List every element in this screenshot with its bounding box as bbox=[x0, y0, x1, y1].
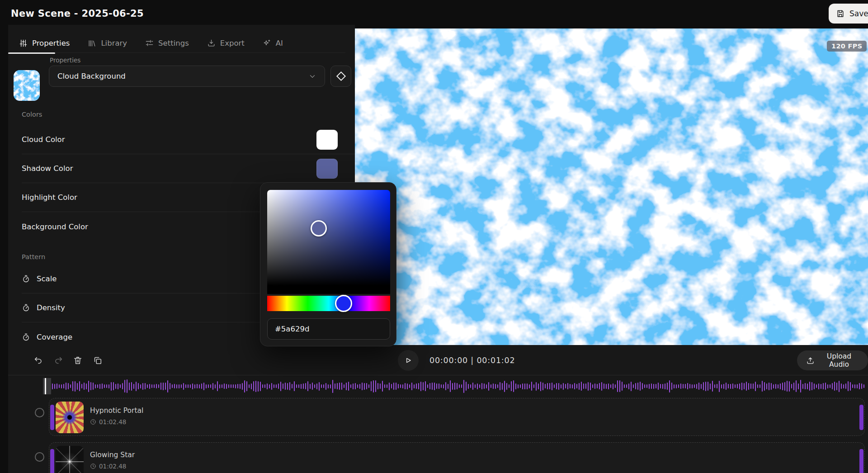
upload-audio-label: Upload Audio bbox=[819, 352, 859, 369]
active-tab-underline bbox=[8, 52, 55, 54]
track-thumbnail bbox=[56, 402, 84, 433]
trim-handle-left[interactable] bbox=[50, 449, 54, 473]
tab-label: Library bbox=[101, 39, 127, 47]
sparkles-icon bbox=[263, 39, 271, 47]
duplicate-button[interactable] bbox=[93, 355, 103, 365]
time-display: 00:00:00 | 00:01:02 bbox=[429, 356, 515, 365]
save-button[interactable]: Save bbox=[829, 4, 868, 24]
color-row-label: Shadow Color bbox=[22, 164, 73, 173]
track-duration: 01:02.48 bbox=[90, 463, 126, 470]
chevron-down-icon bbox=[308, 72, 316, 80]
gauge-icon bbox=[22, 274, 30, 283]
sv-cursor[interactable] bbox=[311, 220, 327, 236]
hue-slider-handle[interactable] bbox=[335, 295, 352, 312]
app-window: New Scene - 2025-06-25 Save Properties bbox=[0, 0, 868, 473]
keyframe-button[interactable] bbox=[330, 66, 351, 87]
tab-label: Settings bbox=[158, 39, 189, 47]
track-row-glowing-star[interactable]: Glowing Star 01:02.48 bbox=[49, 442, 865, 473]
tab-label: Export bbox=[220, 39, 245, 47]
tab-settings[interactable]: Settings bbox=[145, 39, 189, 47]
color-row-label: Cloud Color bbox=[22, 135, 65, 144]
save-icon bbox=[836, 9, 845, 18]
fps-badge: 120 FPS bbox=[827, 41, 867, 52]
track-duration: 01:02.48 bbox=[90, 418, 126, 426]
dropdown-selected-value: Cloud Background bbox=[57, 72, 126, 80]
page-title: New Scene - 2025-06-25 bbox=[11, 8, 144, 19]
gauge-icon bbox=[22, 333, 30, 341]
transport-bar: 00:00:00 | 00:01:02 Upload Audio bbox=[8, 345, 868, 375]
track-row-hypnotic-portal[interactable]: Hypnotic Portal 01:02.48 bbox=[49, 398, 865, 436]
hue-slider[interactable] bbox=[267, 296, 390, 311]
library-icon bbox=[88, 39, 96, 47]
trim-handle-right[interactable] bbox=[859, 449, 863, 473]
clock-icon bbox=[90, 463, 96, 469]
track-select-radio[interactable] bbox=[35, 408, 44, 417]
track-title: Glowing Star bbox=[90, 451, 135, 459]
color-row-cloud: Cloud Color bbox=[22, 125, 355, 154]
track-duration-value: 01:02.48 bbox=[99, 418, 126, 426]
trim-handle-right[interactable] bbox=[859, 405, 863, 430]
sliders-horizontal-icon bbox=[145, 39, 154, 47]
tab-export[interactable]: Export bbox=[207, 39, 245, 47]
delete-button[interactable] bbox=[73, 355, 83, 365]
color-row-label: Highlight Color bbox=[22, 193, 77, 202]
pattern-row-label: Density bbox=[37, 303, 65, 312]
upload-audio-button[interactable]: Upload Audio bbox=[797, 350, 868, 370]
tab-properties[interactable]: Properties bbox=[19, 39, 70, 47]
save-label: Save bbox=[849, 9, 868, 18]
tab-ai[interactable]: AI bbox=[263, 39, 283, 47]
selected-item-thumbnail bbox=[14, 70, 40, 101]
upload-icon bbox=[806, 356, 815, 365]
trim-handle-left[interactable] bbox=[50, 405, 54, 430]
color-picker-popup bbox=[260, 182, 396, 346]
tab-bar: Properties Library Settings bbox=[11, 34, 345, 53]
gauge-icon bbox=[22, 303, 30, 312]
undo-button[interactable] bbox=[33, 355, 43, 365]
clock-icon bbox=[90, 419, 96, 425]
tab-label: AI bbox=[276, 39, 283, 47]
top-bar: New Scene - 2025-06-25 Save bbox=[0, 0, 868, 25]
cloud-color-swatch[interactable] bbox=[316, 130, 338, 150]
track-thumbnail bbox=[56, 446, 84, 473]
shadow-color-swatch[interactable] bbox=[316, 159, 338, 179]
playhead[interactable] bbox=[45, 378, 46, 394]
saturation-value-area[interactable] bbox=[267, 190, 390, 294]
track-duration-value: 01:02.48 bbox=[99, 463, 126, 470]
pattern-row-label: Scale bbox=[37, 274, 57, 283]
pattern-row-label: Coverage bbox=[37, 333, 72, 341]
scene-preview bbox=[355, 28, 868, 345]
color-row-shadow: Shadow Color bbox=[22, 154, 355, 183]
download-icon bbox=[207, 39, 216, 47]
play-button[interactable] bbox=[398, 350, 419, 371]
sliders-vertical-icon bbox=[19, 39, 28, 47]
tab-label: Properties bbox=[32, 39, 70, 47]
track-title: Hypnotic Portal bbox=[90, 407, 143, 415]
tab-library[interactable]: Library bbox=[88, 39, 127, 47]
redo-button[interactable] bbox=[53, 355, 63, 365]
pattern-section-label: Pattern bbox=[22, 253, 45, 260]
colors-section-label: Colors bbox=[22, 111, 42, 118]
diamond-icon bbox=[336, 71, 345, 81]
timeline-area: Hypnotic Portal 01:02.48 Glowing Star 01… bbox=[8, 375, 868, 473]
play-icon bbox=[404, 356, 413, 365]
color-row-label: Background Color bbox=[22, 222, 88, 231]
properties-dropdown[interactable]: Cloud Background bbox=[49, 66, 325, 87]
track-select-radio[interactable] bbox=[35, 452, 44, 462]
playhead-backdrop bbox=[43, 378, 51, 394]
properties-group-label: Properties bbox=[50, 57, 80, 64]
hex-color-input[interactable] bbox=[267, 318, 390, 340]
audio-waveform[interactable] bbox=[43, 378, 866, 394]
